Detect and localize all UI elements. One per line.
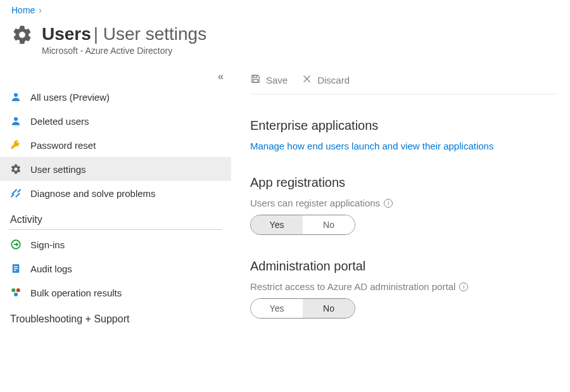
svg-rect-4 bbox=[14, 266, 18, 267]
sidebar-item-user-settings[interactable]: User settings bbox=[0, 157, 231, 181]
close-icon bbox=[301, 73, 312, 86]
section-title-admin: Administration portal bbox=[250, 259, 557, 274]
sidebar-item-label: Sign-ins bbox=[30, 239, 65, 250]
section-title-appreg: App registrations bbox=[250, 175, 557, 190]
sidebar: « All users (Preview) Deleted users Pass… bbox=[0, 67, 231, 329]
sidebar-item-password-reset[interactable]: Password reset bbox=[0, 133, 231, 157]
info-icon[interactable]: i bbox=[459, 282, 468, 291]
sidebar-section-activity: Activity bbox=[0, 205, 231, 229]
save-icon bbox=[250, 73, 261, 86]
sidebar-item-label: Audit logs bbox=[30, 263, 72, 274]
collapse-icon[interactable]: « bbox=[218, 71, 224, 82]
enterprise-apps-link[interactable]: Manage how end users launch and view the… bbox=[250, 141, 493, 151]
appreg-yes[interactable]: Yes bbox=[251, 215, 303, 234]
user-icon bbox=[10, 115, 22, 127]
discard-label: Discard bbox=[317, 75, 350, 85]
sidebar-item-all-users[interactable]: All users (Preview) bbox=[0, 85, 231, 109]
discard-button[interactable]: Discard bbox=[301, 73, 350, 86]
svg-point-7 bbox=[11, 288, 15, 292]
svg-rect-6 bbox=[14, 270, 16, 271]
sidebar-item-bulk-ops[interactable]: Bulk operation results bbox=[0, 281, 231, 305]
bulk-icon bbox=[10, 287, 22, 298]
page-subtitle: | User settings bbox=[94, 24, 206, 44]
sidebar-item-diagnose[interactable]: Diagnose and solve problems bbox=[0, 181, 231, 205]
tools-icon bbox=[10, 187, 22, 199]
info-icon[interactable]: i bbox=[384, 199, 393, 208]
svg-rect-5 bbox=[14, 268, 18, 269]
page-header: Users | User settings Microsoft - Azure … bbox=[0, 18, 570, 67]
svg-rect-10 bbox=[253, 75, 257, 78]
signin-icon bbox=[10, 239, 22, 250]
svg-point-9 bbox=[14, 293, 18, 296]
breadcrumb: Home › bbox=[0, 0, 570, 18]
sidebar-item-label: Deleted users bbox=[30, 116, 89, 127]
svg-point-8 bbox=[16, 288, 20, 292]
admin-toggle[interactable]: Yes No bbox=[250, 298, 355, 319]
svg-point-0 bbox=[14, 93, 18, 97]
admin-label: Restrict access to Azure AD administrati… bbox=[250, 281, 557, 292]
sidebar-item-deleted-users[interactable]: Deleted users bbox=[0, 109, 231, 133]
admin-no[interactable]: No bbox=[303, 299, 355, 318]
gear-icon bbox=[10, 163, 22, 175]
sidebar-item-label: Bulk operation results bbox=[30, 288, 122, 298]
appreg-toggle[interactable]: Yes No bbox=[250, 215, 355, 235]
breadcrumb-home[interactable]: Home bbox=[11, 5, 35, 15]
sidebar-section-troubleshoot: Troubleshooting + Support bbox=[0, 305, 231, 329]
page-title: Users bbox=[42, 24, 91, 44]
sidebar-item-label: Diagnose and solve problems bbox=[30, 188, 156, 199]
sidebar-item-label: User settings bbox=[30, 164, 86, 175]
sidebar-item-audit-logs[interactable]: Audit logs bbox=[0, 256, 231, 281]
toolbar: Save Discard bbox=[250, 67, 557, 94]
svg-point-1 bbox=[14, 117, 18, 121]
save-button[interactable]: Save bbox=[250, 73, 288, 86]
save-label: Save bbox=[266, 75, 288, 85]
page-meta: Microsoft - Azure Active Directory bbox=[42, 46, 206, 56]
user-icon bbox=[10, 91, 22, 103]
admin-yes[interactable]: Yes bbox=[251, 299, 303, 318]
key-icon bbox=[10, 139, 22, 151]
log-icon bbox=[10, 263, 22, 274]
sidebar-item-label: All users (Preview) bbox=[30, 92, 110, 103]
section-title-enterprise: Enterprise applications bbox=[250, 118, 557, 133]
svg-rect-11 bbox=[253, 79, 258, 82]
divider bbox=[9, 229, 222, 230]
appreg-no[interactable]: No bbox=[303, 215, 355, 234]
sidebar-item-signins[interactable]: Sign-ins bbox=[0, 232, 231, 256]
main-content: Save Discard Enterprise applications Man… bbox=[231, 67, 570, 329]
appreg-label: Users can register applications i bbox=[250, 198, 557, 208]
sidebar-item-label: Password reset bbox=[30, 140, 96, 151]
gear-icon bbox=[11, 24, 33, 47]
chevron-right-icon: › bbox=[39, 5, 42, 15]
